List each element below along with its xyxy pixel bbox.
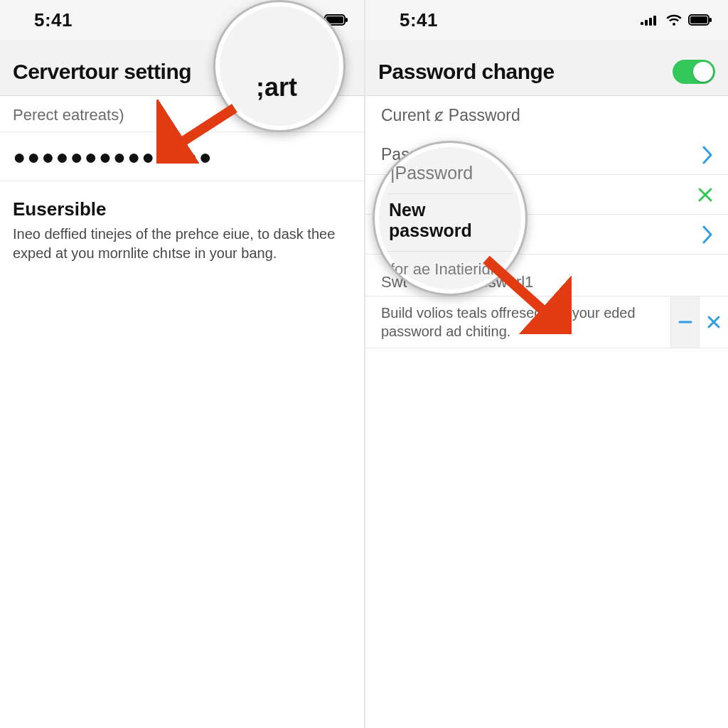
magnifier-overlay: ;art bbox=[213, 0, 346, 132]
magnifier-text: ;art bbox=[256, 73, 297, 102]
tip-row: Build volios teals offresed this your ed… bbox=[365, 296, 728, 348]
magnifier-line: for ae Inatieridr bbox=[387, 252, 513, 279]
svg-rect-11 bbox=[653, 16, 656, 26]
magnifier-line: |Password bbox=[387, 159, 513, 193]
svg-rect-14 bbox=[710, 18, 712, 22]
tip-minus-button[interactable] bbox=[670, 296, 700, 348]
password-change-toggle[interactable] bbox=[673, 60, 715, 84]
chevron-right-icon bbox=[701, 225, 714, 244]
page-title: Password change bbox=[378, 60, 555, 84]
tip-text: Build volios teals offresed this your ed… bbox=[365, 296, 670, 348]
status-time: 5:41 bbox=[34, 9, 73, 31]
magnifier-overlay: |Password New password for ae Inatieridr bbox=[373, 141, 528, 296]
battery-icon bbox=[688, 14, 712, 26]
magnifier-line: New password bbox=[387, 193, 513, 252]
svg-rect-10 bbox=[649, 18, 652, 26]
magnifier-content: |Password New password for ae Inatieridr bbox=[375, 159, 525, 279]
section-title: Eusersible bbox=[0, 181, 364, 223]
password-masked[interactable]: ●●●●●●●●●●●●●● bbox=[0, 132, 364, 181]
page-title: Cervertour setting bbox=[13, 60, 191, 84]
status-icons bbox=[640, 14, 712, 26]
row-current-password-label: Curent ȼ Password bbox=[365, 96, 728, 135]
chevron-right-icon bbox=[701, 146, 714, 164]
left-pane: 5:41 Cervertour setting Perect eatreats)… bbox=[0, 0, 364, 728]
cell-label: Curent ȼ Password bbox=[381, 106, 520, 125]
svg-rect-9 bbox=[645, 20, 648, 26]
svg-point-8 bbox=[641, 22, 643, 25]
section-description: Ineo deffied tinejes of the prehce eiue,… bbox=[0, 223, 364, 263]
minus-icon bbox=[678, 314, 693, 330]
svg-rect-13 bbox=[690, 16, 707, 23]
status-time: 5:41 bbox=[400, 9, 438, 31]
wifi-icon bbox=[665, 14, 682, 26]
close-icon bbox=[706, 314, 722, 330]
tip-close-button[interactable] bbox=[699, 296, 728, 348]
svg-rect-6 bbox=[346, 18, 348, 22]
status-bar: 5:41 bbox=[365, 0, 728, 40]
close-icon[interactable] bbox=[697, 186, 714, 203]
cellular-icon bbox=[640, 14, 660, 26]
right-titlebar: Password change bbox=[365, 40, 728, 96]
right-pane: 5:41 Password change Curent ȼ Password P… bbox=[364, 0, 728, 728]
